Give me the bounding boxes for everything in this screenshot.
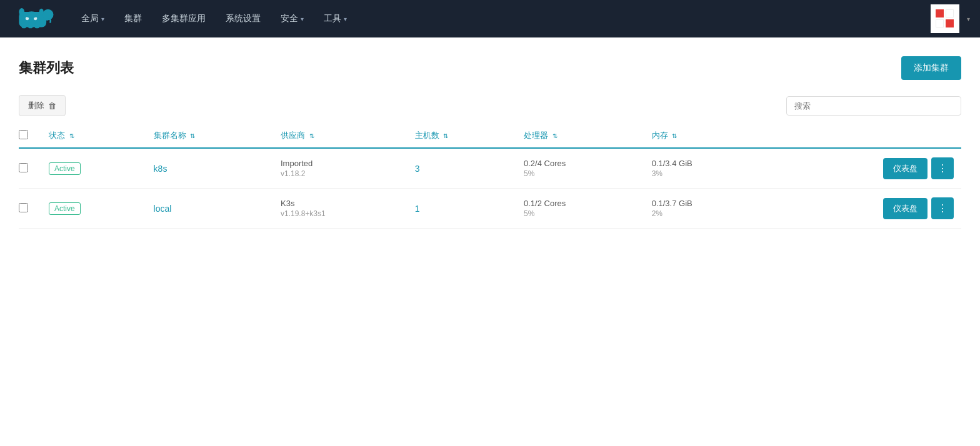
sort-icon-memory[interactable]: ⇅ xyxy=(672,132,677,139)
page-content: 集群列表 添加集群 删除 🗑 状态 ⇅ 集群名称 ⇅ xyxy=(0,37,980,229)
cpu-pct-1: 5% xyxy=(524,209,637,218)
nav-item-multicluster[interactable]: 多集群应用 xyxy=(153,8,214,29)
nav-item-global[interactable]: 全局 ▾ xyxy=(72,8,113,29)
row-checkbox-cell xyxy=(19,148,41,189)
select-all-checkbox[interactable] xyxy=(19,130,28,139)
nav-item-settings[interactable]: 系统设置 xyxy=(217,8,269,29)
col-status: 状态 ⇅ xyxy=(41,124,146,148)
mem-pct-1: 2% xyxy=(652,209,762,218)
chevron-down-icon-3: ▾ xyxy=(344,16,347,22)
col-provider: 供应商 ⇅ xyxy=(273,124,408,148)
provider-version-1: v1.19.8+k3s1 xyxy=(281,209,400,218)
row-provider-1: K3s v1.19.8+k3s1 xyxy=(273,189,408,229)
cpu-usage-0: 0.2/4 Cores xyxy=(524,159,637,168)
cluster-name-link-0[interactable]: k8s xyxy=(154,164,168,174)
row-hosts-0: 3 xyxy=(408,148,516,189)
action-cell-0: 仪表盘 ⋮ xyxy=(777,157,954,179)
delete-button[interactable]: 删除 🗑 xyxy=(19,95,66,116)
col-memory: 内存 ⇅ xyxy=(644,124,769,148)
nav-item-tools[interactable]: 工具 ▾ xyxy=(315,8,356,29)
svg-point-8 xyxy=(19,8,24,16)
cpu-usage-1: 0.1/2 Cores xyxy=(524,199,637,208)
more-button-0[interactable]: ⋮ xyxy=(931,157,954,179)
trash-icon: 🗑 xyxy=(48,101,56,111)
search-input[interactable] xyxy=(786,96,961,116)
col-actions xyxy=(769,124,962,148)
col-cpu: 处理器 ⇅ xyxy=(516,124,644,148)
table-row: Active local K3s v1.19.8+k3s1 1 0.1/2 Co… xyxy=(19,189,961,229)
col-hosts: 主机数 ⇅ xyxy=(408,124,516,148)
hosts-link-0[interactable]: 3 xyxy=(415,164,420,174)
hosts-link-1[interactable]: 1 xyxy=(415,204,420,214)
provider-version-0: v1.18.2 xyxy=(281,169,400,178)
page-header: 集群列表 添加集群 xyxy=(19,56,961,80)
logo[interactable] xyxy=(10,3,66,34)
brand-logo-button[interactable] xyxy=(931,4,959,33)
mem-pct-0: 3% xyxy=(652,169,762,178)
row-actions-0: 仪表盘 ⋮ xyxy=(769,148,962,189)
brand-cell-3 xyxy=(936,19,944,27)
row-name-1: local xyxy=(146,189,273,229)
svg-rect-3 xyxy=(28,23,32,29)
row-name-0: k8s xyxy=(146,148,273,189)
select-all-header xyxy=(19,124,41,148)
row-mem-0: 0.1/3.4 GiB 3% xyxy=(644,148,769,189)
svg-point-1 xyxy=(42,9,54,21)
svg-rect-2 xyxy=(22,23,26,29)
svg-point-9 xyxy=(39,9,44,16)
more-button-1[interactable]: ⋮ xyxy=(931,197,954,219)
brand-chevron-icon[interactable]: ▾ xyxy=(967,16,970,22)
chevron-down-icon-2: ▾ xyxy=(301,16,304,22)
sort-icon-status[interactable]: ⇅ xyxy=(69,132,74,139)
dashboard-button-0[interactable]: 仪表盘 xyxy=(883,158,928,179)
brand-cell-1 xyxy=(936,9,944,17)
dashboard-button-1[interactable]: 仪表盘 xyxy=(883,198,928,219)
row-actions-1: 仪表盘 ⋮ xyxy=(769,189,962,229)
nav-item-security[interactable]: 安全 ▾ xyxy=(272,8,312,29)
nav-item-cluster[interactable]: 集群 xyxy=(116,8,151,29)
row-cpu-1: 0.1/2 Cores 5% xyxy=(516,189,644,229)
table-row: Active k8s Imported v1.18.2 3 0.2/4 Core… xyxy=(19,148,961,189)
mem-usage-0: 0.1/3.4 GiB xyxy=(652,159,762,168)
page-title: 集群列表 xyxy=(19,59,74,77)
sort-icon-cpu[interactable]: ⇅ xyxy=(552,132,558,139)
cluster-table: 状态 ⇅ 集群名称 ⇅ 供应商 ⇅ 主机数 ⇅ 处理器 ⇅ xyxy=(19,124,961,229)
svg-rect-4 xyxy=(35,23,39,29)
brand-cell-4 xyxy=(946,19,954,27)
row-cpu-0: 0.2/4 Cores 5% xyxy=(516,148,644,189)
row-status-1: Active xyxy=(41,189,146,229)
provider-name-0: Imported xyxy=(281,159,400,168)
cpu-pct-0: 5% xyxy=(524,169,637,178)
nav-menu: 全局 ▾ 集群 多集群应用 系统设置 安全 ▾ 工具 ▾ xyxy=(72,8,931,29)
row-checkbox-cell xyxy=(19,189,41,229)
provider-name-1: K3s xyxy=(281,199,400,208)
status-badge-0: Active xyxy=(49,162,81,175)
sort-icon-provider[interactable]: ⇅ xyxy=(309,132,314,139)
navbar: 全局 ▾ 集群 多集群应用 系统设置 安全 ▾ 工具 ▾ xyxy=(0,0,980,37)
add-cluster-button[interactable]: 添加集群 xyxy=(901,56,961,80)
row-hosts-1: 1 xyxy=(408,189,516,229)
row-checkbox-0[interactable] xyxy=(19,163,28,172)
table-body: Active k8s Imported v1.18.2 3 0.2/4 Core… xyxy=(19,148,961,229)
brand-cell-2 xyxy=(946,9,954,17)
row-checkbox-1[interactable] xyxy=(19,203,28,212)
status-badge-1: Active xyxy=(49,202,81,215)
row-mem-1: 0.1/3.7 GiB 2% xyxy=(644,189,769,229)
sort-icon-name[interactable]: ⇅ xyxy=(190,132,195,139)
cluster-name-link-1[interactable]: local xyxy=(154,204,172,214)
toolbar: 删除 🗑 xyxy=(19,95,961,116)
svg-point-7 xyxy=(25,11,38,18)
mem-usage-1: 0.1/3.7 GiB xyxy=(652,199,762,208)
sort-icon-hosts[interactable]: ⇅ xyxy=(443,132,448,139)
chevron-down-icon: ▾ xyxy=(101,16,104,22)
col-name: 集群名称 ⇅ xyxy=(146,124,273,148)
navbar-right: ▾ xyxy=(931,4,970,33)
row-provider-0: Imported v1.18.2 xyxy=(273,148,408,189)
row-status-0: Active xyxy=(41,148,146,189)
table-header: 状态 ⇅ 集群名称 ⇅ 供应商 ⇅ 主机数 ⇅ 处理器 ⇅ xyxy=(19,124,961,148)
action-cell-1: 仪表盘 ⋮ xyxy=(777,197,954,219)
brand-grid xyxy=(936,9,954,28)
